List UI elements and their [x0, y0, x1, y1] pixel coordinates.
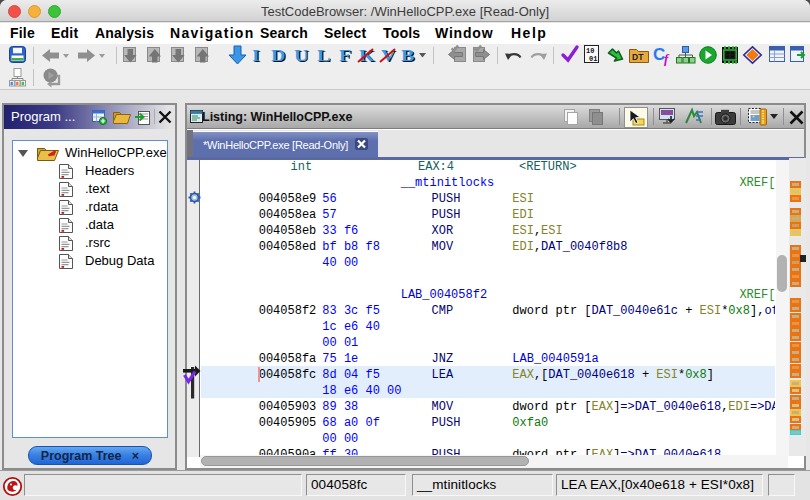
svg-text:f: f — [664, 51, 670, 66]
svg-text:DT: DT — [632, 52, 644, 62]
svg-text:01: 01 — [589, 55, 597, 63]
